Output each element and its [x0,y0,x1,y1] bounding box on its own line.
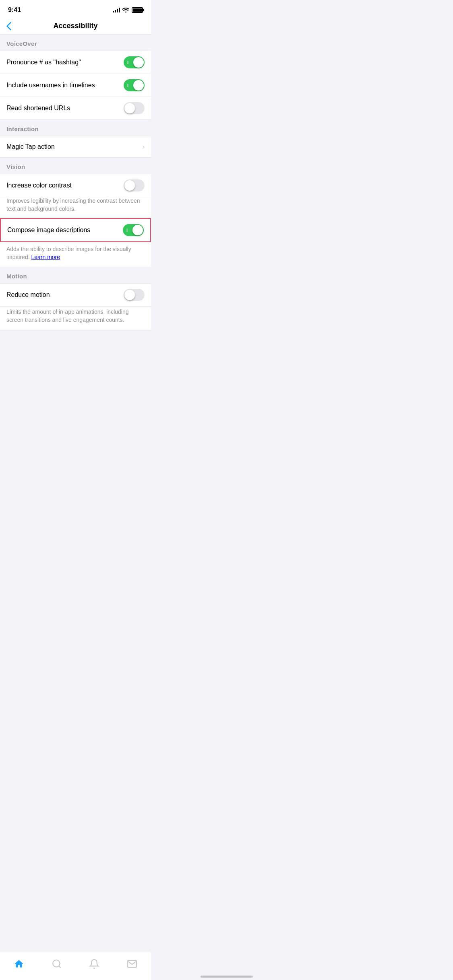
reduce-motion-description: Limits the amount of in-app animations, … [6,309,129,323]
vision-label: Vision [6,163,25,170]
read-urls-row: Read shortened URLs [0,97,151,119]
color-contrast-label: Increase color contrast [6,182,124,189]
toggle-knob [133,57,144,68]
motion-section-header: Motion [0,267,151,283]
battery-icon [132,7,143,13]
pronounce-hash-row: Pronounce # as "hashtag" I [0,51,151,74]
include-usernames-toggle[interactable]: I [124,79,145,91]
read-urls-label: Read shortened URLs [6,105,124,112]
chevron-right-icon: › [143,143,145,150]
color-contrast-row: Increase color contrast [0,174,151,197]
page-title: Accessibility [6,22,145,30]
interaction-label: Interaction [6,126,39,132]
toggle-knob [124,290,135,300]
voiceover-label: VoiceOver [6,40,37,47]
interaction-group: Magic Tap action › [0,136,151,158]
motion-group: Reduce motion Limits the amount of in-ap… [0,283,151,330]
include-usernames-row: Include usernames in timelines I [0,74,151,97]
wifi-icon [122,8,129,12]
magic-tap-row[interactable]: Magic Tap action › [0,136,151,157]
interaction-section-header: Interaction [0,120,151,136]
reduce-motion-label: Reduce motion [6,291,124,299]
status-bar: 9:41 [0,0,151,18]
status-time: 9:41 [8,6,21,14]
vision-section-header: Vision [0,158,151,174]
toggle-knob [133,80,144,91]
reduce-motion-row: Reduce motion [0,284,151,307]
toggle-knob [124,103,135,113]
content: VoiceOver Pronounce # as "hashtag" I Inc… [0,35,151,359]
toggle-knob [132,225,143,235]
status-icons [113,7,143,13]
motion-label: Motion [6,273,27,280]
magic-tap-label: Magic Tap action [6,143,139,150]
learn-more-link[interactable]: Learn more [31,254,60,260]
image-descriptions-row: Compose image descriptions I [1,219,150,241]
vision-group: Increase color contrast Improves legibil… [0,174,151,267]
color-contrast-toggle[interactable] [124,179,145,191]
pronounce-hash-toggle[interactable]: I [124,56,145,68]
include-usernames-label: Include usernames in timelines [6,82,124,89]
nav-bar: Accessibility [0,18,151,35]
pronounce-hash-label: Pronounce # as "hashtag" [6,59,124,66]
reduce-motion-toggle[interactable] [124,289,145,301]
image-descriptions-label: Compose image descriptions [7,226,123,234]
image-descriptions-description: Adds the ability to describe images for … [6,246,131,260]
voiceover-section-header: VoiceOver [0,35,151,51]
color-contrast-description: Improves legibility by increasing the co… [6,198,140,212]
toggle-knob [124,180,135,191]
back-button[interactable] [6,21,14,32]
read-urls-toggle[interactable] [124,102,145,114]
voiceover-group: Pronounce # as "hashtag" I Include usern… [0,51,151,120]
image-descriptions-toggle[interactable]: I [123,224,144,236]
signal-icon [113,8,120,12]
